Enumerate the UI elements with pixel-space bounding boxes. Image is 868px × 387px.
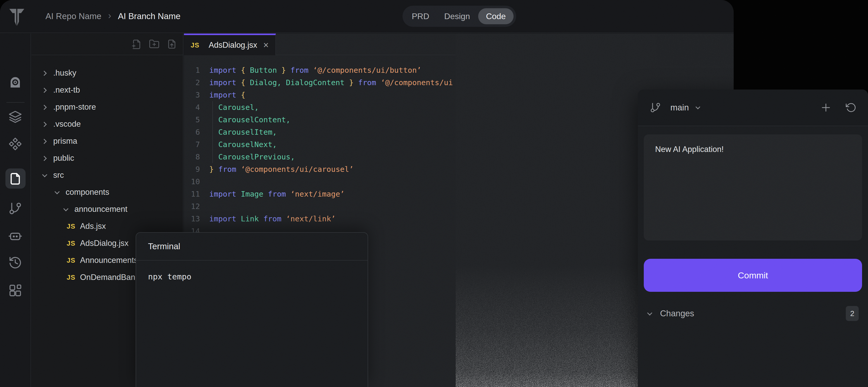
editor-tab-adsdialog[interactable]: JS AdsDialog.jsx ×: [184, 34, 276, 55]
git-branch-icon: [650, 102, 661, 113]
tree-item-components[interactable]: components: [32, 184, 183, 201]
preview-camera-icon[interactable]: [8, 75, 22, 89]
topbar: AI Repo Name › AI Branch Name PRD Design…: [0, 0, 734, 33]
refresh-icon[interactable]: [845, 102, 856, 113]
new-file-icon[interactable]: [131, 39, 142, 49]
terminal-command[interactable]: npx tempo: [136, 260, 368, 292]
tree-item-label: Announcements: [80, 256, 138, 265]
line-number: 2: [184, 76, 200, 89]
chevron-right-icon: [42, 155, 47, 161]
chevron-right-icon: [42, 70, 47, 76]
code-line: 3import {: [184, 89, 456, 101]
tree-item-label: .vscode: [53, 119, 81, 129]
upload-file-icon[interactable]: [166, 39, 177, 49]
line-number: 12: [184, 200, 200, 213]
layers-icon[interactable]: [8, 110, 22, 124]
chevron-right-icon: [42, 87, 47, 93]
tree-item-src[interactable]: src: [32, 167, 183, 184]
changes-count-badge: 2: [846, 306, 859, 321]
git-panel-header: main: [638, 90, 868, 126]
code-line: 8 CarouselPrevious,: [184, 151, 456, 163]
chevron-down-icon[interactable]: [647, 311, 652, 316]
history-icon[interactable]: [8, 256, 22, 270]
line-number: 6: [184, 126, 200, 138]
js-file-icon: JS: [67, 222, 75, 231]
commit-button[interactable]: Commit: [644, 259, 862, 292]
tab-design[interactable]: Design: [438, 8, 477, 24]
rail-divider: [6, 102, 25, 103]
js-file-icon: JS: [67, 274, 75, 281]
tree-item--vscode[interactable]: .vscode: [32, 115, 183, 133]
breadcrumb: AI Repo Name › AI Branch Name: [45, 0, 181, 33]
bot-icon[interactable]: [8, 228, 22, 243]
code-line: 4 Carousel,: [184, 101, 456, 113]
code-line: 7 CarouselNext,: [184, 138, 456, 151]
code-line: 10: [184, 175, 456, 188]
line-number: 5: [184, 113, 200, 126]
code-line: 1import { Button } from ‘@/components/ui…: [184, 64, 456, 76]
tree-item-label: OnDemandBann: [80, 273, 140, 282]
indent-guide: [212, 101, 213, 163]
chevron-right-icon: [42, 139, 47, 144]
code-line: 5 CarouselContent,: [184, 113, 456, 126]
line-number: 7: [184, 138, 200, 151]
js-file-icon: JS: [67, 256, 75, 265]
files-icon[interactable]: [8, 172, 22, 186]
tree-item-prisma[interactable]: prisma: [32, 133, 183, 150]
code-line: 6 CarouselItem,: [184, 126, 456, 138]
tree-item--next-tb[interactable]: .next-tb: [32, 81, 183, 99]
icon-rail: [0, 34, 31, 387]
editor-tab-label: AdsDialog.jsx: [209, 40, 258, 50]
chevron-down-icon: [54, 190, 59, 195]
tree-item-label: announcement: [74, 205, 127, 214]
line-number: 13: [184, 213, 200, 225]
breadcrumb-separator-icon: ›: [108, 10, 111, 21]
terminal-panel: Terminal npx tempo: [135, 232, 368, 387]
terminal-title[interactable]: Terminal: [136, 233, 368, 260]
editor-tabbar: JS AdsDialog.jsx ×: [184, 34, 456, 55]
tab-code[interactable]: Code: [478, 8, 514, 24]
tree-item-label: AdsDialog.jsx: [80, 239, 129, 248]
line-number: 11: [184, 188, 200, 200]
new-folder-icon[interactable]: [149, 39, 160, 49]
line-number: 8: [184, 151, 200, 163]
chevron-down-icon: [42, 173, 47, 178]
line-number: 4: [184, 101, 200, 113]
tree-item--pnpm-store[interactable]: .pnpm-store: [32, 99, 183, 115]
tree-item-public[interactable]: public: [32, 150, 183, 167]
line-number: 10: [184, 175, 200, 188]
code-line: 11import Image from ‘next/image’: [184, 188, 456, 200]
code-line: 9} from ‘@components/ui/carousel’: [184, 163, 456, 175]
line-number: 1: [184, 64, 200, 76]
line-number: 9: [184, 163, 200, 175]
tree-item-label: prisma: [53, 137, 77, 146]
tab-prd[interactable]: PRD: [405, 8, 436, 24]
breadcrumb-branch[interactable]: AI Branch Name: [118, 11, 180, 21]
close-tab-icon[interactable]: ×: [263, 40, 269, 50]
extensions-icon[interactable]: [8, 284, 22, 297]
tree-item-label: .husky: [53, 68, 76, 78]
tree-item-label: public: [53, 153, 74, 163]
git-panel: main New AI Application! Commit Changes …: [638, 90, 868, 387]
tempo-logo-icon[interactable]: [9, 7, 25, 26]
chevron-right-icon: [42, 104, 47, 110]
commit-message-input[interactable]: New AI Application!: [644, 134, 862, 241]
tree-item-label: Ads.jsx: [80, 222, 106, 231]
changes-section[interactable]: Changes 2: [638, 306, 868, 321]
tree-item-label: components: [66, 187, 109, 197]
branch-selector[interactable]: main: [671, 103, 689, 112]
chevron-down-icon[interactable]: [696, 105, 700, 110]
tree-item-label: src: [53, 171, 64, 180]
view-switcher: PRD Design Code: [402, 6, 516, 27]
components-icon[interactable]: [8, 137, 22, 151]
file-explorer-toolbar: [32, 34, 183, 55]
line-number: 3: [184, 89, 200, 101]
tree-item--husky[interactable]: .husky: [32, 65, 183, 81]
changes-label: Changes: [660, 309, 846, 318]
plus-icon[interactable]: [820, 102, 831, 113]
breadcrumb-repo[interactable]: AI Repo Name: [45, 11, 101, 21]
code-line: 2import { Dialog, DialogContent } from ‘…: [184, 76, 456, 89]
tree-item-announcement[interactable]: announcement: [32, 201, 183, 218]
code-line: 12: [184, 200, 456, 213]
source-control-icon[interactable]: [8, 202, 22, 215]
